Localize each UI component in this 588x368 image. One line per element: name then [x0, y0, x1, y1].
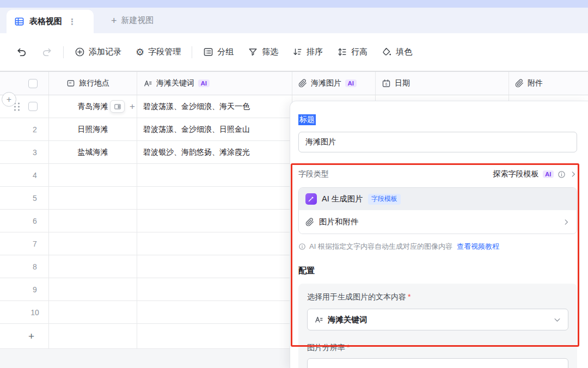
fill-color-button[interactable]: 填色 [382, 47, 412, 57]
add-record-button[interactable]: 添加记录 [75, 47, 121, 57]
ai-text-icon [314, 315, 323, 324]
field-title-input[interactable] [298, 132, 577, 152]
cell-keywords[interactable]: 碧波荡漾、金沙细浪、海天一色 [137, 95, 292, 118]
tab-new-view[interactable]: + 新建视图 [111, 8, 154, 33]
cell-location[interactable] [49, 210, 137, 232]
toolbar-divider [63, 46, 64, 58]
group-icon [203, 47, 213, 57]
resolution-label: 图片分辨率* [307, 343, 568, 353]
cell-keywords[interactable] [137, 210, 292, 232]
chevron-down-icon [553, 316, 561, 324]
tab-table-view-label: 表格视图 [29, 16, 62, 27]
cell-keywords[interactable] [137, 278, 292, 300]
row-height-icon [337, 47, 347, 57]
header-location[interactable]: 旅行地点 [49, 72, 137, 95]
field-type-label: 字段类型 [298, 169, 329, 179]
video-tutorial-link[interactable]: 查看视频教程 [457, 242, 499, 252]
fill-color-label: 填色 [396, 47, 412, 57]
cell-keywords[interactable]: 碧波银沙、海韵悠扬、滩涂霞光 [137, 141, 292, 163]
explore-templates-link[interactable]: 探索字段模板 AI [493, 169, 578, 179]
info-circle-icon [558, 170, 566, 179]
row-number: 4 [27, 171, 42, 180]
cell-location[interactable] [49, 164, 137, 186]
row-number: 9 [27, 285, 42, 294]
header-date[interactable]: 6 日期 [376, 72, 509, 95]
row-gutter-cell: 2 [0, 118, 49, 140]
redo-button[interactable] [41, 47, 52, 58]
tab-more-menu-icon[interactable]: ⋮ [68, 17, 76, 27]
ai-badge: AI [543, 170, 554, 178]
cell-location[interactable]: 青岛海滩 + [49, 95, 137, 118]
ai-field-hint-text: AI 根据指定文字内容自动生成对应的图像内容 [309, 242, 452, 252]
add-row-plus-icon: + [28, 330, 34, 342]
cell-keywords[interactable] [137, 255, 292, 278]
ai-text-icon [143, 79, 152, 88]
select-all-checkbox[interactable] [28, 79, 38, 88]
cell-keywords[interactable] [137, 164, 292, 186]
chevron-right-icon [562, 218, 570, 226]
required-mark: * [408, 292, 411, 301]
explore-templates-label: 探索字段模板 [493, 169, 539, 179]
filter-button[interactable]: 筛选 [248, 47, 278, 57]
cell-location[interactable] [49, 232, 137, 255]
expand-record-button[interactable] [110, 100, 125, 113]
cell-keywords[interactable] [137, 232, 292, 255]
text-source-select[interactable]: 海滩关键词 [307, 309, 568, 330]
paperclip-icon [305, 218, 314, 226]
table-footer [0, 348, 291, 368]
row-height-label: 行高 [351, 47, 367, 57]
header-location-label: 旅行地点 [79, 78, 109, 88]
field-type-base-row[interactable]: 图片和附件 [299, 210, 577, 234]
text-field-icon [66, 79, 75, 88]
group-button[interactable]: 分组 [203, 47, 234, 57]
add-record-inline-button[interactable]: + [130, 101, 135, 112]
cell-keywords-value: 碧波荡漾、金沙细浪、日照金山 [143, 125, 250, 134]
tab-table-view[interactable]: 表格视图 ⋮ [7, 10, 94, 33]
add-row-cell [137, 324, 292, 349]
field-manage-label: 字段管理 [148, 47, 181, 57]
ai-generate-image-icon [305, 193, 317, 205]
header-keywords[interactable]: 海滩关键词 AI [137, 72, 292, 95]
field-type-header-row: 字段类型 探索字段模板 AI [298, 169, 577, 179]
cell-location[interactable] [49, 301, 137, 323]
row-number: 7 [27, 240, 42, 248]
header-date-label: 日期 [395, 78, 410, 88]
config-card: 选择用于生成图片的文本内容* 海滩关键词 图片分辨率* [298, 284, 577, 368]
resolution-select[interactable] [307, 358, 568, 368]
cell-location-value: 青岛海滩 [78, 102, 108, 112]
field-type-selected-ai-image[interactable]: AI 生成图片 字段模板 [299, 188, 577, 210]
cell-location[interactable] [49, 187, 137, 209]
insert-row-button[interactable]: + [2, 92, 16, 107]
undo-icon [16, 47, 27, 58]
undo-button[interactable] [16, 47, 27, 58]
header-attachment[interactable]: 附件 [509, 72, 588, 95]
row-number: 8 [27, 262, 42, 271]
expand-record-icon [114, 103, 121, 111]
cell-location[interactable] [49, 255, 137, 278]
cell-location-value: 盐城海滩 [78, 148, 108, 157]
sort-button[interactable]: 排序 [292, 47, 323, 57]
header-attachment-label: 附件 [528, 78, 543, 88]
window-top-strip [0, 0, 588, 8]
redo-icon [41, 47, 52, 58]
header-image[interactable]: 海滩图片 AI [292, 72, 376, 95]
ai-badge: AI [198, 79, 210, 87]
cell-location[interactable] [49, 278, 137, 300]
row-number: 5 [27, 194, 42, 203]
cell-location[interactable]: 日照海滩 [49, 118, 137, 140]
cell-location[interactable]: 盐城海滩 [49, 141, 137, 163]
cell-keywords[interactable] [137, 301, 292, 323]
header-gutter-cell [0, 72, 49, 95]
row-height-button[interactable]: 行高 [337, 47, 367, 57]
field-type-box: AI 生成图片 字段模板 图片和附件 [298, 187, 577, 234]
row-checkbox[interactable] [28, 102, 38, 111]
cell-keywords[interactable] [137, 187, 292, 209]
view-tab-bar: 表格视图 ⋮ + 新建视图 [0, 8, 588, 33]
cell-keywords[interactable]: 碧波荡漾、金沙细浪、日照金山 [137, 118, 292, 140]
add-row-cell [49, 324, 137, 349]
field-template-badge: 字段模板 [368, 194, 401, 205]
info-circle-icon [298, 243, 306, 250]
ai-field-hint: AI 根据指定文字内容自动生成对应的图像内容 查看视频教程 [298, 242, 577, 252]
ai-badge: AI [345, 79, 357, 87]
field-manage-button[interactable]: ⚙ 字段管理 [136, 47, 181, 57]
